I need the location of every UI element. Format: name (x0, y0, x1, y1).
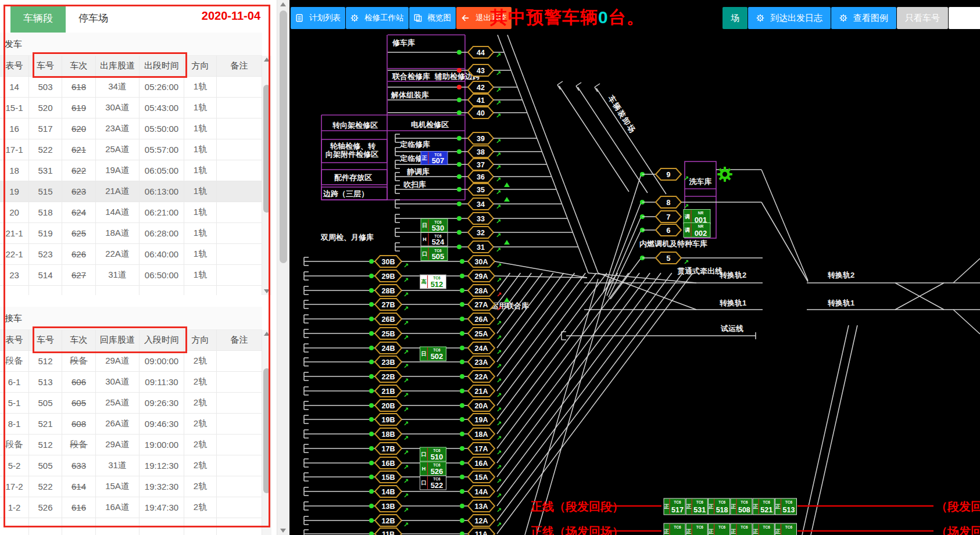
tab-parking-lot[interactable]: 停车场 (66, 5, 121, 33)
table-cell (217, 497, 262, 518)
table-row[interactable]: 1651762023A道05:50:001轨 (0, 119, 262, 139)
table-row[interactable]: 段备512段备29A道09:00:002轨 (0, 351, 262, 372)
svg-text:518: 518 (716, 506, 728, 514)
table-cell: 519 (29, 223, 62, 244)
table-row[interactable]: 段备512段备29A道19:00:002轨 (0, 435, 262, 455)
svg-text:向架附件检修区: 向架附件检修区 (326, 150, 378, 159)
depart-table-scrollbar[interactable] (262, 56, 271, 295)
table-row[interactable]: 5-250563331道19:12:302轨 (0, 455, 262, 476)
svg-text:↗: ↗ (403, 319, 409, 326)
table-cell (217, 476, 262, 497)
svg-text:↗: ↗ (496, 435, 502, 441)
table-cell (217, 393, 262, 414)
svg-text:↗: ↗ (496, 305, 502, 312)
toolbar-button-检修工作站[interactable]: 检修工作站 (346, 7, 409, 29)
arrive-table-scrollbar[interactable] (262, 330, 271, 535)
table-cell: 514 (29, 265, 62, 286)
table-row[interactable]: 2351462731道06:50:001轨 (0, 265, 262, 286)
tab-depot[interactable]: 车辆段 (10, 5, 66, 33)
table-row[interactable]: 21-151962518A道06:28:001轨 (0, 223, 262, 244)
back-icon (461, 14, 473, 22)
toolbar-button-到达出发日志[interactable]: 到达出发日志 (748, 7, 831, 29)
toolbar-button-只看车号[interactable]: 只看车号 (897, 7, 948, 29)
table-cell: 2轨 (184, 414, 217, 435)
table-cell (29, 286, 62, 295)
table-row[interactable]: 1951562321A道06:13:001轨 (0, 181, 262, 202)
svg-text:联合检修库: 联合检修库 (392, 72, 430, 81)
table-cell: 09:11:30 (140, 372, 184, 393)
svg-text:↗: ↗ (496, 164, 501, 171)
svg-text:↗: ↗ (496, 262, 502, 269)
table-cell: 31道 (96, 265, 140, 286)
column-header: 表号 (0, 56, 29, 77)
svg-text:21A: 21A (475, 387, 488, 396)
table-cell (217, 351, 262, 372)
table-row[interactable]: 1853162219A道06:05:001轨 (0, 160, 262, 181)
table-cell (140, 286, 184, 295)
table-cell: 06:50:00 (140, 265, 184, 286)
table-row[interactable]: 6-151360630A道09:11:302轨 (0, 372, 262, 393)
table-header: 表号车号车次出库股道出段时间方向备注 (0, 56, 262, 77)
svg-text:23B: 23B (382, 358, 395, 367)
table-row[interactable]: 1-252661616A道19:47:302轨 (0, 497, 262, 518)
svg-text:调: 调 (684, 214, 690, 220)
table-cell (217, 98, 262, 119)
svg-text:524: 524 (432, 238, 445, 246)
date-label: 2020-11-04 (202, 9, 260, 23)
table-row[interactable]: 15-152061930A道05:43:001轨 (0, 98, 262, 119)
svg-text:TC6: TC6 (718, 500, 726, 504)
svg-text:车辆装卸场: 车辆装卸场 (606, 94, 638, 135)
svg-text:↗: ↗ (496, 464, 502, 471)
table-row[interactable]: 8-152160826A道09:46:302轨 (0, 414, 262, 435)
table-row[interactable]: 2051862414A道06:21:001轨 (0, 202, 262, 223)
svg-text:17A: 17A (475, 445, 488, 453)
table-row[interactable]: 1450361834道05:26:001轨 (0, 77, 262, 98)
table-cell: 515 (29, 181, 62, 202)
table-row[interactable] (0, 286, 262, 295)
svg-text:27B: 27B (382, 301, 395, 309)
table-cell (62, 518, 96, 535)
svg-text:洗车库: 洗车库 (689, 177, 712, 186)
table-row[interactable]: 17-252261415A道19:32:302轨 (0, 476, 262, 497)
svg-text:15B: 15B (382, 473, 395, 482)
table-row[interactable]: 5-150560525A道09:26:302轨 (0, 393, 262, 414)
table-cell: 5-2 (0, 455, 29, 476)
table-cell: 1轨 (184, 202, 217, 223)
svg-text:高: 高 (421, 279, 427, 285)
svg-text:H: H (422, 466, 426, 472)
svg-text:↗: ↗ (403, 464, 409, 471)
svg-text:37: 37 (477, 161, 485, 169)
toolbar-button-blank[interactable] (949, 7, 980, 29)
column-header: 方向 (184, 330, 217, 351)
table-row[interactable]: 17-152262125A道05:57:001轨 (0, 139, 262, 160)
table-row[interactable] (0, 518, 262, 535)
arrive-section-title: 接车 (0, 307, 262, 330)
table-row[interactable]: 22-152362622A道06:40:001轨 (0, 244, 262, 265)
svg-text:TC6: TC6 (433, 477, 441, 481)
column-header: 备注 (217, 56, 262, 77)
svg-text:22B: 22B (382, 373, 395, 381)
svg-text:↗: ↗ (496, 291, 502, 298)
table-cell: 19:12:30 (140, 455, 184, 476)
svg-text:↗: ↗ (403, 477, 409, 484)
svg-text:↗: ↗ (496, 377, 502, 384)
svg-text:吹扫库: 吹扫库 (403, 180, 426, 189)
toolbar-button-概览图[interactable]: 概览图 (409, 7, 456, 29)
table-cell: 19:00:00 (140, 435, 184, 455)
toolbar-button-场[interactable]: 场 (723, 7, 747, 29)
panel-scrollbar[interactable] (277, 0, 289, 535)
svg-text:18A: 18A (475, 430, 488, 439)
table-cell: 2轨 (184, 351, 217, 372)
svg-text:507: 507 (432, 156, 445, 165)
toolbar-button-查看图例[interactable]: 查看图例 (831, 7, 896, 29)
table-cell: 505 (29, 393, 62, 414)
svg-text:30B: 30B (382, 258, 395, 266)
svg-text:（场发回段）: （场发回段） (936, 525, 980, 535)
svg-text:12A: 12A (475, 517, 488, 525)
svg-text:508: 508 (738, 506, 750, 514)
table-cell: 34道 (96, 77, 140, 98)
column-header: 车次 (62, 56, 96, 77)
column-header: 车号 (29, 56, 62, 77)
svg-text:526: 526 (431, 467, 443, 476)
toolbar-button-计划列表[interactable]: 计划列表 (291, 7, 345, 29)
